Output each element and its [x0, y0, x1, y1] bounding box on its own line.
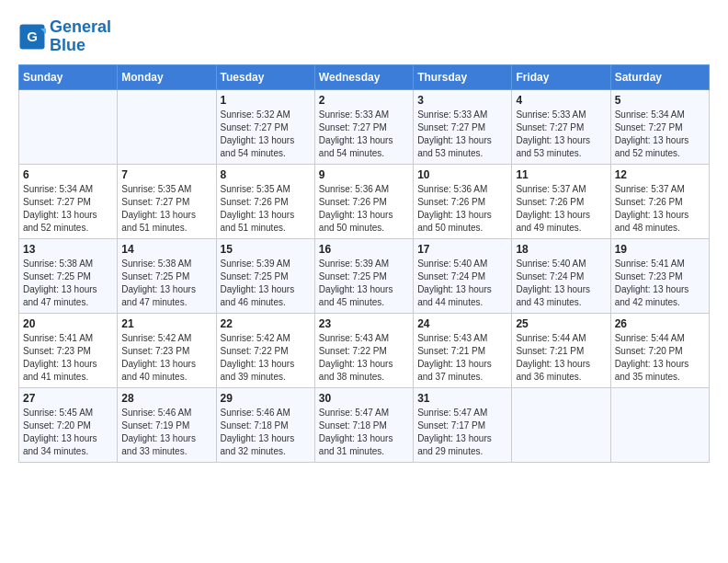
day-info: Sunrise: 5:42 AMSunset: 7:23 PMDaylight:… [121, 332, 211, 384]
calendar-cell: 28Sunrise: 5:46 AMSunset: 7:19 PMDayligh… [118, 387, 216, 462]
calendar-cell: 26Sunrise: 5:44 AMSunset: 7:20 PMDayligh… [610, 313, 709, 387]
day-number: 1 [221, 94, 311, 107]
day-info: Sunrise: 5:43 AMSunset: 7:21 PMDaylight:… [417, 332, 507, 384]
day-header-monday: Monday [118, 64, 216, 89]
day-info: Sunrise: 5:37 AMSunset: 7:26 PMDaylight:… [615, 183, 705, 235]
calendar-cell [512, 387, 610, 462]
calendar-body: 1Sunrise: 5:32 AMSunset: 7:27 PMDaylight… [19, 89, 710, 462]
calendar-table: SundayMondayTuesdayWednesdayThursdayFrid… [18, 64, 710, 463]
day-number: 19 [615, 243, 705, 256]
day-info: Sunrise: 5:47 AMSunset: 7:17 PMDaylight:… [417, 407, 507, 458]
day-number: 23 [319, 317, 409, 330]
day-info: Sunrise: 5:43 AMSunset: 7:22 PMDaylight:… [319, 332, 409, 384]
calendar-cell: 17Sunrise: 5:40 AMSunset: 7:24 PMDayligh… [414, 238, 512, 313]
calendar-cell [118, 89, 216, 164]
day-number: 20 [23, 317, 113, 330]
calendar-cell: 20Sunrise: 5:41 AMSunset: 7:23 PMDayligh… [19, 313, 118, 387]
day-number: 6 [23, 168, 113, 181]
day-info: Sunrise: 5:44 AMSunset: 7:21 PMDaylight:… [516, 332, 606, 384]
day-number: 30 [319, 392, 409, 405]
calendar-week-2: 6Sunrise: 5:34 AMSunset: 7:27 PMDaylight… [19, 164, 710, 238]
calendar-cell: 23Sunrise: 5:43 AMSunset: 7:22 PMDayligh… [314, 313, 413, 387]
day-info: Sunrise: 5:34 AMSunset: 7:27 PMDaylight:… [23, 183, 113, 235]
day-info: Sunrise: 5:34 AMSunset: 7:27 PMDaylight:… [615, 109, 705, 160]
day-info: Sunrise: 5:33 AMSunset: 7:27 PMDaylight:… [417, 109, 507, 160]
calendar-cell: 9Sunrise: 5:36 AMSunset: 7:26 PMDaylight… [314, 164, 413, 238]
calendar-cell [19, 89, 118, 164]
calendar-cell: 15Sunrise: 5:39 AMSunset: 7:25 PMDayligh… [216, 238, 314, 313]
calendar-cell: 19Sunrise: 5:41 AMSunset: 7:23 PMDayligh… [610, 238, 709, 313]
calendar-cell: 5Sunrise: 5:34 AMSunset: 7:27 PMDaylight… [610, 89, 709, 164]
day-info: Sunrise: 5:32 AMSunset: 7:27 PMDaylight:… [221, 109, 311, 160]
day-number: 5 [615, 94, 705, 107]
calendar-cell: 1Sunrise: 5:32 AMSunset: 7:27 PMDaylight… [216, 89, 314, 164]
day-number: 24 [417, 317, 507, 330]
calendar-cell: 29Sunrise: 5:46 AMSunset: 7:18 PMDayligh… [216, 387, 314, 462]
calendar-cell: 8Sunrise: 5:35 AMSunset: 7:26 PMDaylight… [216, 164, 314, 238]
day-number: 21 [121, 317, 211, 330]
day-info: Sunrise: 5:46 AMSunset: 7:18 PMDaylight:… [221, 407, 311, 458]
day-number: 17 [417, 243, 507, 256]
calendar-cell: 4Sunrise: 5:33 AMSunset: 7:27 PMDaylight… [512, 89, 610, 164]
calendar-cell: 7Sunrise: 5:35 AMSunset: 7:27 PMDaylight… [118, 164, 216, 238]
day-info: Sunrise: 5:40 AMSunset: 7:24 PMDaylight:… [417, 258, 507, 309]
calendar-cell: 30Sunrise: 5:47 AMSunset: 7:18 PMDayligh… [314, 387, 413, 462]
calendar-cell: 25Sunrise: 5:44 AMSunset: 7:21 PMDayligh… [512, 313, 610, 387]
day-number: 18 [516, 243, 606, 256]
day-number: 26 [615, 317, 705, 330]
calendar-cell: 31Sunrise: 5:47 AMSunset: 7:17 PMDayligh… [414, 387, 512, 462]
day-info: Sunrise: 5:47 AMSunset: 7:18 PMDaylight:… [319, 407, 409, 458]
day-info: Sunrise: 5:46 AMSunset: 7:19 PMDaylight:… [121, 407, 211, 458]
calendar-week-4: 20Sunrise: 5:41 AMSunset: 7:23 PMDayligh… [19, 313, 710, 387]
calendar-cell: 2Sunrise: 5:33 AMSunset: 7:27 PMDaylight… [314, 89, 413, 164]
day-number: 15 [221, 243, 311, 256]
calendar-cell: 11Sunrise: 5:37 AMSunset: 7:26 PMDayligh… [512, 164, 610, 238]
day-info: Sunrise: 5:39 AMSunset: 7:25 PMDaylight:… [221, 258, 311, 309]
day-number: 16 [319, 243, 409, 256]
calendar-cell: 21Sunrise: 5:42 AMSunset: 7:23 PMDayligh… [118, 313, 216, 387]
day-number: 12 [615, 168, 705, 181]
day-number: 27 [23, 392, 113, 405]
day-info: Sunrise: 5:35 AMSunset: 7:26 PMDaylight:… [221, 183, 311, 235]
logo-icon: G [18, 23, 46, 51]
day-number: 29 [221, 392, 311, 405]
calendar-cell [610, 387, 709, 462]
day-info: Sunrise: 5:38 AMSunset: 7:25 PMDaylight:… [23, 258, 113, 309]
page-header: G General Blue [18, 18, 710, 55]
day-header-sunday: Sunday [19, 64, 118, 89]
calendar-cell: 27Sunrise: 5:45 AMSunset: 7:20 PMDayligh… [19, 387, 118, 462]
day-number: 2 [319, 94, 409, 107]
calendar-cell: 18Sunrise: 5:40 AMSunset: 7:24 PMDayligh… [512, 238, 610, 313]
day-number: 8 [221, 168, 311, 181]
day-info: Sunrise: 5:36 AMSunset: 7:26 PMDaylight:… [417, 183, 507, 235]
calendar-cell: 16Sunrise: 5:39 AMSunset: 7:25 PMDayligh… [314, 238, 413, 313]
svg-text:G: G [27, 28, 38, 43]
calendar-cell: 6Sunrise: 5:34 AMSunset: 7:27 PMDaylight… [19, 164, 118, 238]
calendar-week-5: 27Sunrise: 5:45 AMSunset: 7:20 PMDayligh… [19, 387, 710, 462]
day-number: 3 [417, 94, 507, 107]
day-number: 25 [516, 317, 606, 330]
calendar-cell: 22Sunrise: 5:42 AMSunset: 7:22 PMDayligh… [216, 313, 314, 387]
day-info: Sunrise: 5:41 AMSunset: 7:23 PMDaylight:… [23, 332, 113, 384]
calendar-cell: 12Sunrise: 5:37 AMSunset: 7:26 PMDayligh… [610, 164, 709, 238]
calendar-cell: 13Sunrise: 5:38 AMSunset: 7:25 PMDayligh… [19, 238, 118, 313]
day-info: Sunrise: 5:36 AMSunset: 7:26 PMDaylight:… [319, 183, 409, 235]
day-info: Sunrise: 5:33 AMSunset: 7:27 PMDaylight:… [319, 109, 409, 160]
day-info: Sunrise: 5:45 AMSunset: 7:20 PMDaylight:… [23, 407, 113, 458]
day-number: 10 [417, 168, 507, 181]
day-number: 9 [319, 168, 409, 181]
calendar-week-1: 1Sunrise: 5:32 AMSunset: 7:27 PMDaylight… [19, 89, 710, 164]
day-number: 11 [516, 168, 606, 181]
calendar-week-3: 13Sunrise: 5:38 AMSunset: 7:25 PMDayligh… [19, 238, 710, 313]
day-info: Sunrise: 5:41 AMSunset: 7:23 PMDaylight:… [615, 258, 705, 309]
day-info: Sunrise: 5:37 AMSunset: 7:26 PMDaylight:… [516, 183, 606, 235]
calendar-cell: 10Sunrise: 5:36 AMSunset: 7:26 PMDayligh… [414, 164, 512, 238]
calendar-cell: 14Sunrise: 5:38 AMSunset: 7:25 PMDayligh… [118, 238, 216, 313]
day-number: 13 [23, 243, 113, 256]
logo: G General Blue [18, 18, 111, 55]
day-header-saturday: Saturday [610, 64, 709, 89]
day-number: 31 [417, 392, 507, 405]
day-number: 14 [121, 243, 211, 256]
calendar-cell: 3Sunrise: 5:33 AMSunset: 7:27 PMDaylight… [414, 89, 512, 164]
day-info: Sunrise: 5:40 AMSunset: 7:24 PMDaylight:… [516, 258, 606, 309]
